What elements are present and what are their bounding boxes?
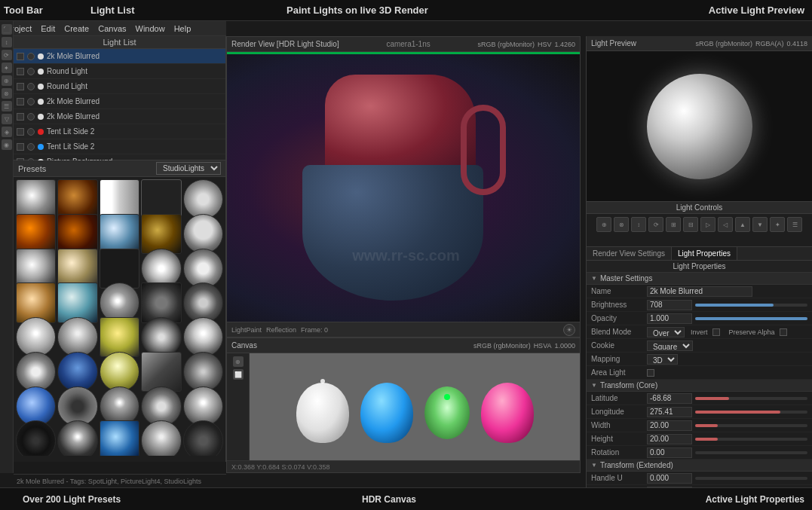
light-list-item[interactable]: 2k Mole Blurred (14, 94, 225, 109)
prop-brightness-input[interactable] (647, 300, 692, 310)
ctrl-icon-10[interactable]: ▼ (752, 217, 768, 232)
prop-rotation-slider[interactable] (695, 451, 807, 454)
light-list-item[interactable]: 2k Mole Blurred (14, 49, 225, 64)
prop-rotation-input[interactable] (647, 447, 692, 458)
menu-help[interactable]: Help (174, 24, 192, 33)
ctrl-icon-11[interactable]: ✦ (770, 217, 785, 232)
menu-canvas[interactable]: Canvas (98, 24, 126, 33)
toolbar-icon-4[interactable]: ✦ (2, 63, 12, 73)
light-checkbox[interactable] (17, 98, 24, 105)
ctrl-icon-1[interactable]: ⊕ (596, 217, 611, 232)
light-checkbox[interactable] (17, 113, 24, 121)
light-list-item[interactable]: Round Light (14, 79, 225, 94)
tab-light-properties[interactable]: Light Properties (672, 247, 737, 260)
light-eye-icon[interactable] (27, 68, 35, 75)
canvas-header: Canvas sRGB (rgbMonitor) HSVA 1.0000 (227, 338, 580, 353)
prop-mapping-label: Mapping (591, 355, 644, 363)
prop-handle-u-input[interactable] (647, 473, 692, 484)
render-camera-name: camera1-1ns (386, 40, 430, 48)
toolbar-icon-8[interactable]: ▽ (2, 114, 12, 124)
light-checkbox[interactable] (17, 143, 24, 151)
toolbar-icon-10[interactable]: ◉ (2, 139, 12, 150)
prop-blend-mode-dropdown[interactable]: Over (647, 327, 685, 337)
section-transform-extended[interactable]: ▼ Transform (Extended) (587, 460, 812, 472)
prop-brightness-fill (695, 304, 774, 307)
light-eye-icon[interactable] (27, 143, 35, 151)
menu-window[interactable]: Window (136, 24, 165, 33)
section-transform-core[interactable]: ▼ Transform (Core) (587, 380, 812, 392)
menu-create[interactable]: Create (64, 24, 89, 33)
ctrl-icon-3[interactable]: ↕ (631, 217, 646, 232)
toolbar-icon-1[interactable]: ⬛ (2, 24, 12, 35)
toolbar-icon-3[interactable]: ⟳ (2, 50, 12, 60)
menu-bar: Project Edit Create Canvas Window Help (0, 21, 226, 36)
light-preview-panel: Light Preview sRGB (rgbMonitor) RGBA(A) … (586, 36, 812, 202)
prop-height-slider[interactable] (695, 438, 807, 441)
prop-width-label: Width (591, 421, 644, 429)
mixer-handle (461, 105, 506, 195)
preset-item[interactable] (100, 420, 139, 456)
canvas-tool-1[interactable]: ⊕ (233, 356, 244, 367)
bottom-canvas-label: HDR Canvas (362, 494, 416, 505)
light-checkbox[interactable] (17, 83, 24, 90)
ctrl-icon-6[interactable]: ⊟ (683, 217, 698, 232)
prop-invert-label: Invert (691, 328, 708, 336)
prop-opacity-slider[interactable] (695, 317, 807, 320)
canvas-viewport[interactable]: ⊕ ⬜ X:0.368 Y:0.684 S:0.074 V:0.358 (227, 353, 580, 472)
prop-cookie-dropdown[interactable]: Square (647, 341, 693, 351)
ctrl-icon-8[interactable]: ◁ (718, 217, 733, 232)
render-viewport[interactable] (227, 52, 580, 322)
light-eye-icon[interactable] (27, 83, 35, 90)
light-list-item[interactable]: Tent Lit Side 2 (14, 124, 225, 139)
prop-mapping-dropdown[interactable]: 3D (647, 354, 678, 365)
light-eye-icon[interactable] (27, 98, 35, 105)
preset-item[interactable] (16, 420, 56, 456)
light-name: 2k Mole Blurred (47, 112, 222, 121)
ctrl-icon-12[interactable]: ☰ (787, 217, 802, 232)
toolbar-icon-2[interactable]: ↕ (2, 37, 12, 47)
ctrl-icon-2[interactable]: ⊗ (614, 217, 629, 232)
prop-preserve-alpha-checkbox[interactable] (780, 328, 787, 336)
toolbar-icon-5[interactable]: ⊕ (2, 75, 12, 86)
light-list-item[interactable]: Tent Lit Side 2 (14, 139, 225, 154)
light-list-item[interactable]: 2k Mole Blurred (14, 109, 225, 124)
light-checkbox[interactable] (17, 53, 24, 60)
prop-latitude-input[interactable] (647, 393, 692, 404)
toolbar-icon-7[interactable]: ☰ (2, 101, 12, 111)
light-eye-icon[interactable] (27, 128, 35, 136)
light-list-item[interactable]: Round Light (14, 64, 225, 79)
menu-edit[interactable]: Edit (41, 24, 55, 33)
prop-latitude-slider[interactable] (695, 397, 807, 400)
prop-handle-u-slider[interactable] (695, 477, 807, 480)
toolbar-icon-6[interactable]: ⊗ (2, 88, 12, 99)
tab-render-view-settings[interactable]: Render View Settings (587, 247, 672, 260)
prop-longitude-slider[interactable] (695, 411, 807, 414)
light-checkbox[interactable] (17, 128, 24, 136)
light-eye-icon[interactable] (27, 113, 35, 121)
light-eye-icon[interactable] (27, 53, 35, 60)
prop-width-slider[interactable] (695, 424, 807, 427)
presets-dropdown[interactable]: StudioLights (156, 162, 221, 175)
ctrl-icon-9[interactable]: ▲ (735, 217, 750, 232)
prop-brightness-slider[interactable] (695, 304, 807, 307)
ctrl-icon-5[interactable]: ⊞ (666, 217, 681, 232)
render-sun-icon[interactable]: ☀ (563, 324, 575, 336)
prop-invert-checkbox[interactable] (712, 328, 720, 336)
ctrl-icon-7[interactable]: ▷ (700, 217, 715, 232)
toolbar-icon-9[interactable]: ◈ (2, 127, 12, 137)
prop-opacity-input[interactable] (647, 313, 692, 324)
preset-item[interactable] (57, 420, 97, 456)
prop-longitude-input[interactable] (647, 407, 692, 417)
prop-name-input[interactable] (647, 286, 752, 297)
prop-height-input[interactable] (647, 434, 692, 444)
prop-width-input[interactable] (647, 420, 692, 431)
light-list-label: Light List (90, 5, 135, 16)
section-master-settings[interactable]: ▼ Master Settings (587, 273, 812, 285)
prop-area-light-checkbox[interactable] (647, 369, 654, 377)
canvas-tool-2[interactable]: ⬜ (233, 369, 244, 380)
canvas-sphere-pink (481, 383, 534, 443)
light-checkbox[interactable] (17, 68, 24, 75)
ctrl-icon-4[interactable]: ⟳ (648, 217, 663, 232)
preset-item[interactable] (141, 420, 181, 456)
preset-item[interactable] (183, 420, 223, 456)
